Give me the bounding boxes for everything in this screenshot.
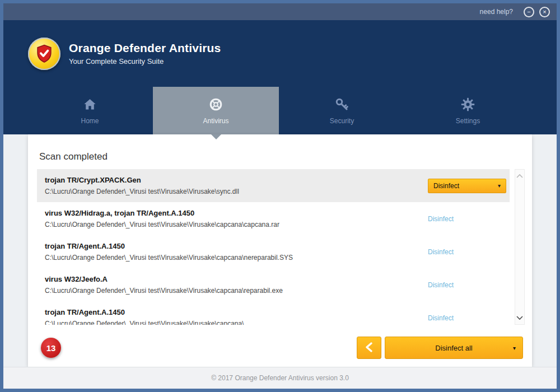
disinfect-action-button[interactable]: Disinfect ▾ bbox=[428, 179, 506, 193]
content-area: Scan completed trojan TR/Crypt.XPACK.Gen… bbox=[3, 134, 557, 389]
scan-status-heading: Scan completed bbox=[39, 151, 532, 162]
tab-settings-label: Settings bbox=[456, 117, 480, 125]
disinfect-action-label: Disinfect bbox=[428, 314, 454, 322]
scan-result-row[interactable]: trojan TR/Crypt.XPACK.Gen C:\Lucru\Orang… bbox=[37, 169, 510, 202]
threat-info: virus W32/Hidrag.a, trojan TR/Agent.A.14… bbox=[45, 209, 428, 228]
threat-name: trojan TR/Agent.A.1450 bbox=[45, 242, 422, 250]
header-titles: Orange Defender Antivirus Your Complete … bbox=[69, 41, 221, 66]
action-area: Disinfect ▾ bbox=[428, 278, 506, 292]
disinfect-action-label: Disinfect bbox=[433, 182, 459, 190]
tab-antivirus-label: Antivirus bbox=[203, 117, 228, 125]
home-icon bbox=[82, 97, 97, 113]
copyright-text: © 2017 Orange Defender Antivirus version… bbox=[211, 374, 349, 382]
disinfect-action-button[interactable]: Disinfect ▾ bbox=[428, 245, 506, 259]
scan-result-row[interactable]: virus W32/Hidrag.a, trojan TR/Agent.A.14… bbox=[37, 202, 510, 235]
disinfect-all-label: Disinfect all bbox=[435, 344, 472, 352]
caret-down-icon: ▾ bbox=[498, 183, 501, 189]
need-help-link[interactable]: need help? bbox=[480, 8, 513, 16]
threat-path: C:\Lucru\Orange Defender\_Virusi test\Vi… bbox=[45, 221, 422, 228]
tab-home[interactable]: Home bbox=[27, 87, 153, 134]
scroll-up-icon[interactable] bbox=[515, 171, 524, 180]
minimize-button[interactable]: − bbox=[524, 7, 534, 17]
threat-name: virus W32/Hidrag.a, trojan TR/Agent.A.14… bbox=[45, 209, 422, 217]
disinfect-action-button[interactable]: Disinfect ▾ bbox=[428, 278, 506, 292]
window-inner: need help? − × Orange Defender Antivirus… bbox=[3, 3, 557, 389]
scan-results-panel: Scan completed trojan TR/Crypt.XPACK.Gen… bbox=[28, 134, 532, 367]
action-area: Disinfect ▾ bbox=[428, 311, 506, 325]
app-header: Orange Defender Antivirus Your Complete … bbox=[3, 20, 557, 87]
app-window: need help? − × Orange Defender Antivirus… bbox=[0, 0, 560, 392]
tab-home-label: Home bbox=[81, 117, 99, 125]
threat-name: virus W32/Jeefo.A bbox=[45, 275, 422, 283]
threat-path: C:\Lucru\Orange Defender\_Virusi test\Vi… bbox=[45, 320, 422, 325]
disinfect-action-label: Disinfect bbox=[428, 281, 454, 289]
disinfect-action-label: Disinfect bbox=[428, 248, 454, 256]
footer: © 2017 Orange Defender Antivirus version… bbox=[3, 367, 557, 389]
close-button[interactable]: × bbox=[539, 7, 550, 17]
threat-info: virus W32/Jeefo.A C:\Lucru\Orange Defend… bbox=[45, 275, 428, 295]
tab-antivirus[interactable]: Antivirus bbox=[153, 87, 279, 134]
threat-path: C:\Lucru\Orange Defender\_Virusi test\Vi… bbox=[45, 188, 422, 195]
gear-icon bbox=[460, 97, 475, 113]
tab-security[interactable]: Security bbox=[279, 87, 405, 134]
scan-result-row[interactable]: trojan TR/Agent.A.1450 C:\Lucru\Orange D… bbox=[37, 235, 510, 268]
scan-results-list: trojan TR/Crypt.XPACK.Gen C:\Lucru\Orang… bbox=[37, 169, 510, 325]
scrollbar[interactable] bbox=[515, 169, 525, 325]
actions-bar: 13 Disinfect all ▾ bbox=[37, 337, 523, 359]
disinfect-action-label: Disinfect bbox=[428, 215, 454, 223]
scan-results-wrap: trojan TR/Crypt.XPACK.Gen C:\Lucru\Orang… bbox=[37, 169, 525, 325]
threat-info: trojan TR/Agent.A.1450 C:\Lucru\Orange D… bbox=[45, 242, 428, 262]
back-button[interactable] bbox=[357, 337, 381, 359]
threat-count-badge: 13 bbox=[41, 338, 61, 358]
threat-path: C:\Lucru\Orange Defender\_Virusi test\Vi… bbox=[45, 287, 422, 295]
app-logo-shield-icon bbox=[28, 38, 60, 70]
threat-path: C:\Lucru\Orange Defender\_Virusi test\Vi… bbox=[45, 254, 422, 262]
action-area: Disinfect ▾ bbox=[428, 179, 506, 193]
app-title: Orange Defender Antivirus bbox=[69, 41, 221, 55]
threat-name: trojan TR/Crypt.XPACK.Gen bbox=[45, 176, 422, 184]
tab-security-label: Security bbox=[330, 117, 354, 125]
tab-settings[interactable]: Settings bbox=[405, 87, 531, 134]
action-area: Disinfect ▾ bbox=[428, 245, 506, 259]
nav-tabs: Home Antivirus bbox=[3, 87, 557, 134]
threat-name: trojan TR/Agent.A.1450 bbox=[45, 308, 422, 316]
scan-result-row[interactable]: virus W32/Jeefo.A C:\Lucru\Orange Defend… bbox=[37, 268, 510, 301]
scan-result-row[interactable]: trojan TR/Agent.A.1450 C:\Lucru\Orange D… bbox=[37, 301, 510, 325]
antivirus-buoy-icon bbox=[208, 97, 223, 113]
action-area: Disinfect ▾ bbox=[428, 212, 506, 226]
caret-down-icon: ▾ bbox=[513, 345, 516, 351]
app-subtitle: Your Complete Security Suite bbox=[69, 57, 221, 66]
chevron-left-icon bbox=[365, 342, 374, 354]
threat-info: trojan TR/Crypt.XPACK.Gen C:\Lucru\Orang… bbox=[45, 176, 428, 195]
disinfect-action-button[interactable]: Disinfect ▾ bbox=[428, 212, 506, 226]
threat-info: trojan TR/Agent.A.1450 C:\Lucru\Orange D… bbox=[45, 308, 428, 325]
scroll-down-icon[interactable] bbox=[515, 314, 524, 323]
disinfect-all-button[interactable]: Disinfect all ▾ bbox=[385, 337, 523, 359]
disinfect-action-button[interactable]: Disinfect ▾ bbox=[428, 311, 506, 325]
key-icon bbox=[334, 97, 349, 113]
titlebar: need help? − × bbox=[3, 3, 557, 20]
